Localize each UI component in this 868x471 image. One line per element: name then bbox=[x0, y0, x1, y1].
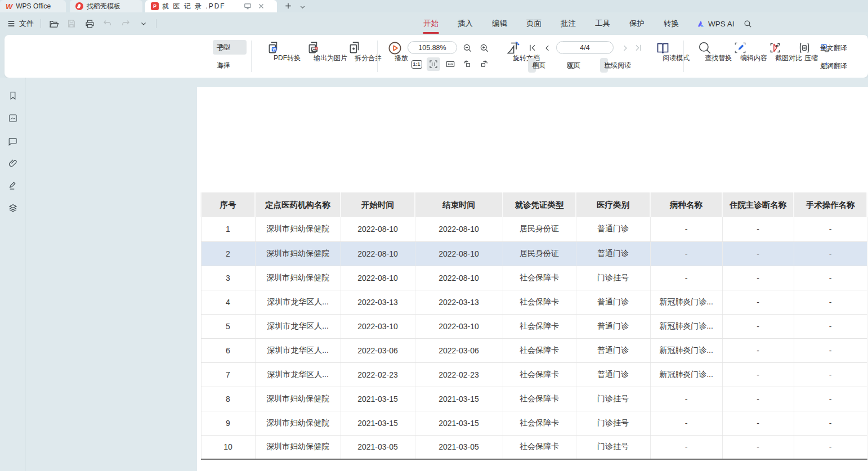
table-cell: - bbox=[722, 314, 794, 338]
document-area[interactable]: 序号定点医药机构名称开始时间结束时间就诊凭证类型医疗类别病种名称住院主诊断名称手… bbox=[26, 78, 868, 471]
table-row[interactable]: 4深圳市龙华区人...2022-03-132022-03-13社会保障卡普通门诊… bbox=[201, 290, 867, 314]
next-page-button[interactable] bbox=[618, 41, 632, 55]
table-cell: 9 bbox=[201, 411, 255, 435]
table-row[interactable]: 7深圳市龙华区人...2022-02-232022-02-23社会保障卡普通门诊… bbox=[201, 362, 867, 387]
fit-width-button[interactable] bbox=[444, 57, 457, 71]
table-cell: 2021-03-05 bbox=[415, 435, 503, 459]
prev-page-button[interactable] bbox=[540, 41, 554, 55]
open-file-icon[interactable] bbox=[48, 18, 59, 29]
hand-tool-button[interactable]: 手型 bbox=[213, 40, 247, 55]
close-icon[interactable] bbox=[257, 2, 265, 10]
table-row[interactable]: 5深圳市龙华区人...2022-03-102022-03-10社会保障卡普通门诊… bbox=[201, 314, 867, 338]
undo-icon[interactable] bbox=[102, 18, 113, 29]
file-menu-button[interactable]: 文件 bbox=[7, 19, 34, 29]
more-history-chevron-icon[interactable] bbox=[138, 18, 149, 29]
select-tool-button[interactable]: 选择 bbox=[213, 58, 247, 73]
read-mode-label: 阅读模式 bbox=[663, 53, 690, 63]
word-translate-button[interactable]: A文 划词翻译 bbox=[816, 59, 824, 73]
menu-tab-protect[interactable]: 保护 bbox=[620, 12, 654, 35]
table-row[interactable]: 8深圳市妇幼保健院2021-03-152021-03-15社会保障卡门诊挂号--… bbox=[201, 387, 867, 411]
full-translate-button[interactable]: A文 全文翻译 bbox=[816, 41, 824, 55]
read-mode-button[interactable]: 阅读模式 bbox=[644, 39, 681, 58]
fit-page-button[interactable] bbox=[427, 57, 440, 71]
table-cell: 深圳市妇幼保健院 bbox=[255, 435, 341, 459]
monitor-icon[interactable] bbox=[244, 2, 252, 10]
page-number-input[interactable]: 4/4 bbox=[556, 41, 614, 54]
tab-medical-record-pdf[interactable]: P 就 医 记 录 .PDF bbox=[145, 0, 277, 12]
table-row[interactable]: 6深圳市龙华区人...2022-03-062022-03-06社会保障卡普通门诊… bbox=[201, 338, 867, 362]
tab-list-chevron-icon[interactable] bbox=[298, 3, 306, 11]
table-header-cell: 手术操作名称 bbox=[794, 192, 867, 217]
tab-label: 就 医 记 录 .PDF bbox=[162, 2, 226, 11]
pdf-convert-button[interactable]: W PDF转换 bbox=[253, 39, 294, 58]
table-cell: 2 bbox=[201, 241, 255, 266]
table-cell: 2022-03-06 bbox=[415, 338, 503, 362]
rotate-left-button[interactable] bbox=[460, 57, 474, 71]
table-cell: 2022-03-13 bbox=[415, 290, 503, 314]
first-page-button[interactable] bbox=[526, 41, 539, 55]
chevron-down-icon bbox=[432, 45, 437, 50]
table-row[interactable]: 9深圳市妇幼保健院2021-03-152021-03-15社会保障卡门诊挂号--… bbox=[201, 411, 867, 435]
attachment-icon[interactable] bbox=[7, 158, 19, 169]
table-cell: - bbox=[650, 435, 722, 459]
divider bbox=[251, 41, 252, 72]
table-row[interactable]: 10深圳市妇幼保健院2021-03-052021-03-05社会保障卡门诊挂号-… bbox=[201, 435, 867, 459]
thumbnails-icon[interactable] bbox=[7, 113, 19, 124]
table-cell: 2022-08-10 bbox=[415, 266, 503, 290]
screenshot-compare-button[interactable]: 截图对比 bbox=[758, 39, 793, 58]
save-icon[interactable] bbox=[66, 18, 77, 29]
bookmark-icon[interactable] bbox=[7, 90, 19, 101]
zoom-level-select[interactable]: 105.88% bbox=[408, 41, 457, 54]
find-replace-button[interactable]: 查找替换 bbox=[687, 39, 723, 58]
rotate-right-button[interactable] bbox=[477, 57, 491, 71]
redo-icon[interactable] bbox=[120, 18, 131, 29]
table-cell: 普通门诊 bbox=[576, 217, 650, 241]
double-page-button[interactable]: 双页 bbox=[563, 58, 571, 73]
table-cell: 社会保障卡 bbox=[503, 314, 576, 338]
last-page-button[interactable] bbox=[632, 41, 645, 55]
export-image-button[interactable]: 输出为图片 bbox=[294, 39, 333, 58]
table-cell: 8 bbox=[201, 387, 255, 411]
play-button[interactable]: 播放 bbox=[381, 39, 409, 58]
split-merge-button[interactable]: 拆分合并 bbox=[333, 39, 376, 58]
menu-tab-insert[interactable]: 插入 bbox=[448, 12, 482, 35]
print-icon[interactable] bbox=[84, 18, 95, 29]
table-cell: 1 bbox=[201, 217, 255, 241]
menu-tab-home[interactable]: 开始 bbox=[414, 12, 448, 35]
table-cell: 普通门诊 bbox=[576, 290, 650, 314]
menu-tab-wps-ai[interactable]: WPS AI bbox=[688, 20, 742, 28]
actual-size-button[interactable]: 1:1 bbox=[410, 57, 423, 71]
table-cell: 普通门诊 bbox=[576, 362, 650, 387]
tab-wps-office[interactable]: W WPS Office bbox=[0, 0, 66, 12]
continuous-read-button[interactable]: 连续阅读 bbox=[600, 58, 608, 73]
wps-ai-label: WPS AI bbox=[708, 20, 735, 28]
tab-docer-templates[interactable]: 找稻壳模板 bbox=[70, 0, 142, 12]
table-cell: 4 bbox=[201, 290, 255, 314]
table-row[interactable]: 1深圳市妇幼保健院2022-08-102022-08-10居民身份证普通门诊--… bbox=[201, 217, 867, 241]
table-row[interactable]: 3深圳市妇幼保健院2022-08-102022-08-10社会保障卡门诊挂号--… bbox=[201, 266, 867, 290]
table-row[interactable]: 2深圳市妇幼保健院2022-08-102022-08-10居民身份证普通门诊--… bbox=[201, 241, 867, 266]
edit-content-button[interactable]: 编辑内容 bbox=[723, 39, 758, 58]
zoom-out-button[interactable] bbox=[460, 41, 474, 55]
table-cell: - bbox=[794, 435, 867, 459]
menu-search-icon[interactable] bbox=[742, 18, 754, 29]
layers-icon[interactable] bbox=[7, 203, 19, 214]
compress-button[interactable]: 压缩 bbox=[791, 39, 817, 58]
menu-tab-page[interactable]: 页面 bbox=[517, 12, 551, 35]
table-cell: 深圳市妇幼保健院 bbox=[255, 217, 341, 241]
signature-icon[interactable] bbox=[7, 180, 19, 191]
table-header-cell: 就诊凭证类型 bbox=[503, 192, 576, 217]
chevron-down-icon bbox=[820, 64, 825, 69]
single-page-button[interactable]: 单页 bbox=[528, 58, 536, 73]
menu-tab-edit[interactable]: 编辑 bbox=[482, 12, 517, 35]
comment-icon[interactable] bbox=[7, 136, 19, 147]
hamburger-icon bbox=[7, 19, 16, 28]
new-tab-button[interactable] bbox=[284, 2, 292, 10]
zoom-in-button[interactable] bbox=[477, 41, 491, 55]
menu-tab-tools[interactable]: 工具 bbox=[585, 12, 620, 35]
menu-tab-convert[interactable]: 转换 bbox=[654, 12, 688, 35]
tab-label: 找稻壳模板 bbox=[87, 2, 120, 11]
table-header-cell: 医疗类别 bbox=[576, 192, 650, 217]
menu-tab-comment[interactable]: 批注 bbox=[551, 12, 585, 35]
table-cell: 2022-03-06 bbox=[341, 338, 415, 362]
